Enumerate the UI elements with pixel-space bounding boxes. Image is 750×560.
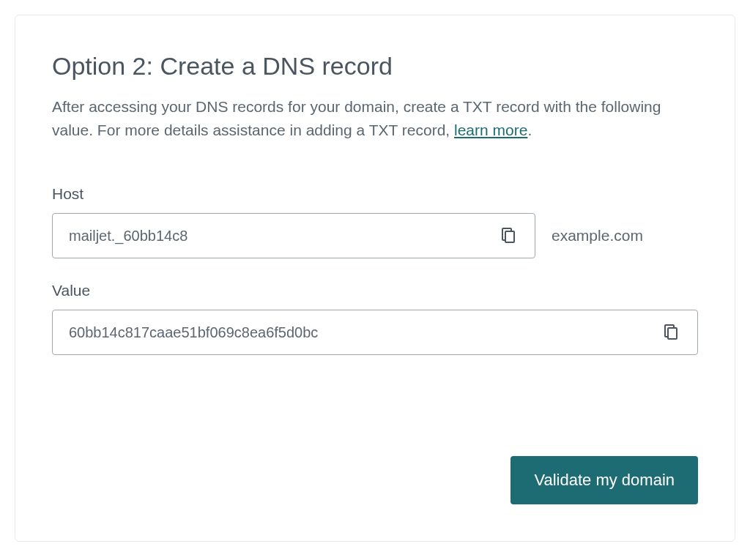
value-copy-button[interactable] xyxy=(659,320,683,346)
domain-suffix: example.com xyxy=(552,227,643,244)
card-title: Option 2: Create a DNS record xyxy=(52,52,698,81)
host-input[interactable] xyxy=(69,228,497,244)
validate-button[interactable]: Validate my domain xyxy=(510,456,698,504)
host-row: example.com xyxy=(52,213,698,258)
learn-more-link[interactable]: learn more xyxy=(454,122,527,138)
copy-icon xyxy=(500,226,517,246)
dns-record-card: Option 2: Create a DNS record After acce… xyxy=(15,15,735,542)
host-field-group: Host example.com xyxy=(52,185,698,258)
copy-icon xyxy=(662,323,680,343)
description-suffix: . xyxy=(527,122,532,138)
value-input-wrapper xyxy=(52,310,698,355)
value-input[interactable] xyxy=(69,324,659,341)
svg-rect-1 xyxy=(668,328,677,339)
description-text: After accessing your DNS records for you… xyxy=(52,98,661,138)
host-input-wrapper xyxy=(52,213,535,258)
host-copy-button[interactable] xyxy=(497,223,520,249)
value-field-group: Value xyxy=(52,282,698,355)
svg-rect-0 xyxy=(505,231,514,242)
card-description: After accessing your DNS records for you… xyxy=(52,95,698,141)
value-label: Value xyxy=(52,282,698,299)
host-label: Host xyxy=(52,185,698,203)
